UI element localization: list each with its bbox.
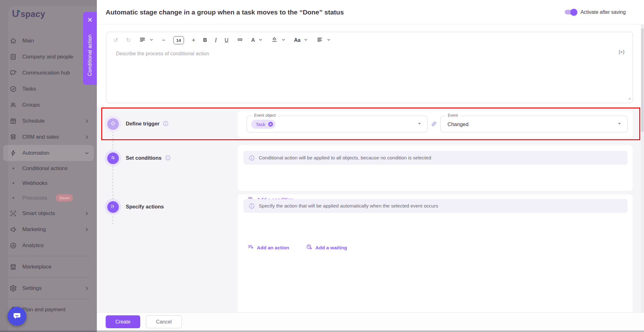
toolbar-font-size-increase-button[interactable]: + bbox=[192, 37, 195, 44]
scrollbar-thumb[interactable] bbox=[641, 28, 644, 132]
sidebar-item-groups[interactable]: Groups bbox=[3, 97, 94, 113]
sidebar-item-label: Marketing bbox=[22, 226, 46, 233]
paragraph-format-icon bbox=[139, 36, 146, 44]
text-align-icon bbox=[316, 36, 323, 44]
sidebar-item-smart-objects[interactable]: Smart objects bbox=[3, 205, 94, 221]
event-object-label: Event object bbox=[252, 113, 278, 118]
panel-header: Automatic stage change in a group when a… bbox=[97, 0, 644, 25]
event-object-select[interactable]: Event object Task bbox=[247, 116, 428, 132]
cancel-button[interactable]: Cancel bbox=[146, 315, 182, 328]
sidebar-item-label: Webhooks bbox=[22, 180, 47, 186]
sliders-icon bbox=[110, 154, 116, 162]
chevron-down-icon bbox=[149, 37, 154, 44]
description-placeholder: Describe the process of conditional acti… bbox=[116, 51, 209, 57]
toolbar-bold-button[interactable]: B bbox=[203, 37, 207, 44]
calendar-icon bbox=[9, 117, 17, 125]
info-icon[interactable] bbox=[163, 120, 169, 127]
font-size-input[interactable]: 14 bbox=[173, 36, 184, 44]
sidebar-item-settings[interactable]: Settings bbox=[3, 280, 94, 296]
undo-glyph: ↺ bbox=[113, 37, 118, 44]
info-icon[interactable] bbox=[165, 155, 171, 161]
sidebar-item-processes: ProcessesSoon bbox=[3, 191, 94, 205]
chevron-down-icon bbox=[303, 37, 308, 44]
sidebar-item-webhooks[interactable]: Webhooks bbox=[3, 176, 94, 191]
define-trigger-label: Define trigger bbox=[126, 121, 159, 127]
target-icon bbox=[110, 120, 116, 128]
toolbar-text-case-button[interactable]: Aa bbox=[294, 37, 308, 44]
logo-u-glyph: U bbox=[12, 8, 19, 19]
chevron-down-icon[interactable] bbox=[416, 120, 423, 128]
toolbar-font-size-decrease-button[interactable]: − bbox=[162, 37, 165, 44]
sidebar-item-analytics[interactable]: Analytics bbox=[3, 237, 94, 253]
chevron-down-icon[interactable] bbox=[616, 120, 623, 128]
specify-actions-step-icon bbox=[105, 199, 121, 215]
bolt-icon bbox=[9, 149, 17, 157]
add-waiting-button[interactable]: Add a waiting bbox=[306, 244, 347, 252]
uspacy-logo: U spacy bbox=[12, 8, 45, 19]
scrollbar[interactable] bbox=[641, 25, 644, 312]
bolt-lines-icon bbox=[110, 203, 116, 211]
info-icon bbox=[248, 203, 255, 209]
sidebar-item-label: Plan and payment bbox=[22, 307, 65, 313]
sidebar-item-label: Automation bbox=[22, 150, 49, 156]
panel-footer: Create Cancel bbox=[97, 312, 644, 332]
conditions-info-banner: Conditional action will be applied to al… bbox=[243, 151, 628, 165]
sidebar-item-crm-and-sales[interactable]: CRM and sales bbox=[3, 129, 94, 145]
conditional-action-tab[interactable]: Conditional action bbox=[83, 12, 97, 85]
sidebar-item-communication-hub[interactable]: Communication hub bbox=[3, 65, 94, 81]
sidebar-item-tasks[interactable]: Tasks bbox=[3, 81, 94, 97]
toolbar-highlight-color-button[interactable] bbox=[271, 36, 286, 44]
specify-actions-label-row: Specify actions bbox=[126, 204, 164, 210]
sidebar-item-label: Marketplace bbox=[22, 264, 52, 270]
logo-text: spacy bbox=[20, 9, 45, 19]
chip-remove-icon[interactable] bbox=[268, 121, 274, 127]
toolbar-paragraph-format-button[interactable] bbox=[139, 36, 154, 44]
sidebar-item-automation[interactable]: Automation bbox=[3, 145, 94, 161]
sidebar-item-label: Smart objects bbox=[22, 210, 55, 217]
activate-after-saving-toggle[interactable] bbox=[565, 10, 576, 14]
toolbar-undo-button: ↺ bbox=[113, 37, 118, 44]
event-object-chip: Task bbox=[251, 119, 275, 129]
gear-icon bbox=[9, 285, 17, 292]
people-icon bbox=[9, 101, 17, 109]
chevron-right-icon bbox=[84, 210, 90, 217]
sidebar-item-company-and-people[interactable]: Company and people bbox=[3, 49, 94, 65]
toolbar-redo-button: ↻ bbox=[126, 37, 131, 44]
conditional-action-panel: Automatic stage change in a group when a… bbox=[97, 0, 644, 332]
sidebar-item-label: Groups bbox=[22, 102, 40, 108]
description-textarea[interactable]: Describe the process of conditional acti… bbox=[106, 46, 633, 97]
create-button[interactable]: Create bbox=[106, 315, 140, 328]
bullet-icon bbox=[9, 197, 17, 199]
smart-icon bbox=[9, 210, 17, 217]
insert-variable-button[interactable]: {+} bbox=[619, 49, 625, 54]
sidebar-item-main[interactable]: Main bbox=[3, 33, 94, 49]
chevron-down-icon bbox=[326, 37, 331, 44]
chat-launcher-button[interactable] bbox=[8, 307, 26, 326]
sidebar-item-conditional-actions[interactable]: Conditional actions bbox=[3, 161, 94, 176]
activate-toggle-label: Activate after saving bbox=[580, 9, 626, 15]
toolbar-italic-button[interactable]: I bbox=[215, 37, 217, 44]
toolbar-font-size-value-button[interactable]: 14 bbox=[173, 36, 184, 44]
toolbar-text-color-button[interactable]: A bbox=[251, 37, 263, 44]
close-icon[interactable] bbox=[86, 16, 94, 24]
info-icon bbox=[248, 155, 255, 161]
text-case-glyph: Aa bbox=[294, 37, 300, 44]
sidebar-item-marketplace[interactable]: Marketplace bbox=[3, 259, 94, 275]
define-trigger-step-icon bbox=[105, 116, 121, 132]
sidebar-item-label: Settings bbox=[22, 285, 42, 291]
toolbar-text-align-button[interactable] bbox=[316, 36, 331, 44]
sidebar-item-label: Processes bbox=[22, 195, 47, 201]
home-icon bbox=[9, 37, 17, 45]
bold-glyph: B bbox=[203, 37, 207, 44]
chevron-right-icon bbox=[84, 134, 90, 140]
sidebar-item-schedule[interactable]: Schedule bbox=[3, 113, 94, 129]
set-conditions-label: Set conditions bbox=[126, 155, 162, 161]
add-action-button[interactable]: Add an action bbox=[247, 244, 289, 252]
sidebar-item-marketing[interactable]: Marketing bbox=[3, 221, 94, 237]
event-select[interactable]: Event Changed bbox=[440, 116, 628, 132]
toolbar-underline-button[interactable]: U bbox=[225, 37, 228, 44]
sidebar-item-label: Main bbox=[22, 38, 34, 44]
resize-grip[interactable] bbox=[625, 94, 631, 102]
toolbar-insert-link-button[interactable] bbox=[236, 36, 243, 44]
logo-dot bbox=[18, 10, 20, 13]
